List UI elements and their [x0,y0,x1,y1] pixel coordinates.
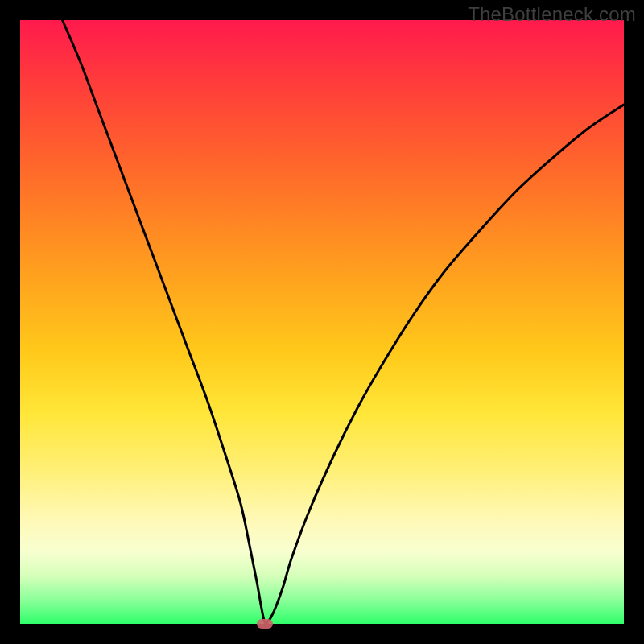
optimal-point-marker [257,619,273,629]
chart-frame: TheBottleneck.com [0,0,644,644]
gradient-plot-area [20,20,624,624]
